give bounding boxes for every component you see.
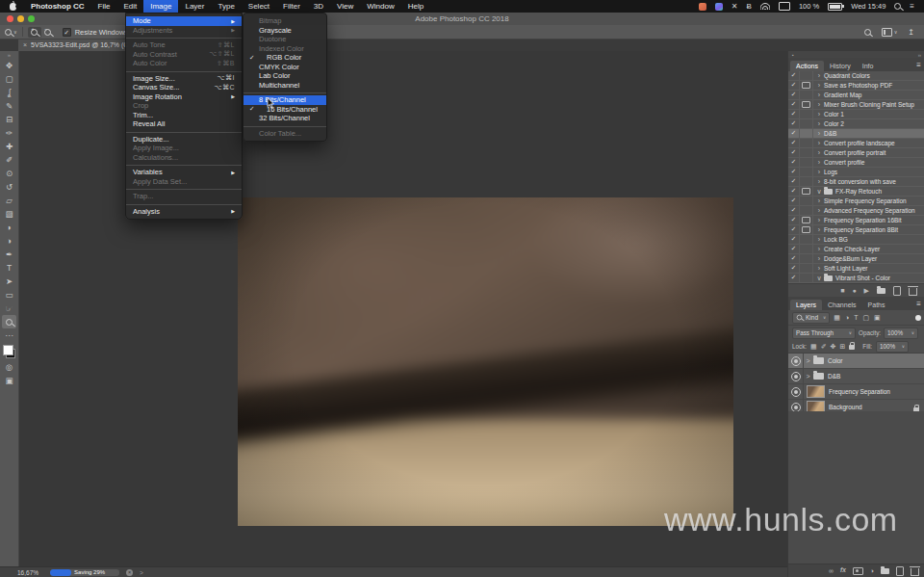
stop-icon[interactable]: ■ <box>840 287 844 294</box>
resize-windows-checkbox[interactable]: ✓ <box>63 28 71 37</box>
action-item[interactable]: ✓ › Color 2 <box>788 119 924 129</box>
wifi-icon[interactable] <box>760 3 770 10</box>
action-item[interactable]: ✓ › D&B <box>788 129 924 139</box>
action-item[interactable]: ✓ › 8-bit conversion with save <box>788 177 924 187</box>
action-item[interactable]: ✓ › Lock BG <box>788 235 924 245</box>
action-item[interactable]: ✓ › Dodge&Burn Layer <box>788 254 924 264</box>
bluetooth-icon[interactable]: Ƀ <box>747 2 752 11</box>
fill-dropdown[interactable]: 100% ∨ <box>876 341 909 353</box>
menubar-item[interactable]: View <box>330 0 360 13</box>
action-enabled-checkbox[interactable]: ✓ <box>788 91 800 99</box>
action-enabled-checkbox[interactable]: ✓ <box>788 81 800 90</box>
action-item[interactable]: ✓ › Convert profile landscape <box>788 139 924 148</box>
layer-filter-kind-dropdown[interactable]: Kind ∨ <box>792 312 830 324</box>
group-disclosure-icon[interactable]: > <box>804 357 812 364</box>
dodge-tool[interactable]: ◑ <box>2 234 16 248</box>
workspace-switcher[interactable]: ∨ <box>882 28 898 37</box>
menu-item[interactable]: Auto Color ⇧⌘B ▶ <box>126 59 242 68</box>
delete-action-icon[interactable] <box>909 286 917 296</box>
disclosure-icon[interactable]: › <box>814 226 824 233</box>
disclosure-icon[interactable]: › <box>814 82 824 89</box>
action-enabled-checkbox[interactable]: ✓ <box>788 119 800 128</box>
action-enabled-checkbox[interactable]: ✓ <box>788 197 800 205</box>
quick-mask-mode-button[interactable]: ◎ <box>2 360 16 374</box>
action-dialog-toggle[interactable] <box>800 91 813 99</box>
zoom-tool[interactable] <box>2 315 16 328</box>
action-item[interactable]: ✓ ∨ Vibrant Shot - Color <box>788 274 924 283</box>
action-item[interactable]: ✓ › Mixer Brush Cloning Paint Setup <box>788 100 924 110</box>
disclosure-icon[interactable]: › <box>814 111 824 118</box>
action-dialog-toggle[interactable] <box>800 274 813 282</box>
action-item[interactable]: ✓ › Gradient Map <box>788 91 924 100</box>
type-layer-filter-icon[interactable]: T <box>854 314 858 321</box>
disclosure-icon[interactable]: › <box>814 92 824 98</box>
menubar-item[interactable]: Edit <box>116 0 143 13</box>
shape-layer-filter-icon[interactable]: ▢ <box>862 314 869 321</box>
lock-transparency-icon[interactable]: ▦ <box>810 343 817 350</box>
action-item[interactable]: ✓ › Frequency Separation 8Bit <box>788 225 924 235</box>
action-dialog-toggle[interactable] <box>800 158 813 167</box>
action-item[interactable]: ✓ › Advanced Frequency Separation <box>788 206 924 216</box>
new-layer-icon[interactable] <box>896 566 904 576</box>
action-dialog-toggle[interactable] <box>800 81 813 90</box>
action-dialog-toggle[interactable] <box>800 100 813 109</box>
layer-visibility-toggle[interactable] <box>788 369 804 383</box>
clone-stamp-tool[interactable]: ⊙ <box>2 167 16 180</box>
hand-tool[interactable]: ☞ <box>2 302 16 315</box>
foreground-color-swatch[interactable] <box>3 345 13 355</box>
action-enabled-checkbox[interactable]: ✓ <box>788 264 800 273</box>
zoom-in-button[interactable]: + <box>28 27 41 38</box>
notification-center-icon[interactable]: ≡ <box>910 2 914 11</box>
eraser-tool[interactable]: ▱ <box>2 194 16 207</box>
disclosure-icon[interactable]: › <box>814 197 824 204</box>
blend-mode-dropdown[interactable]: Pass Through ∨ <box>792 328 856 339</box>
lock-artboard-icon[interactable]: ⊞ <box>839 343 845 350</box>
menu-item[interactable]: Auto Contrast ⌥⇧⌘L ▶ <box>126 50 242 60</box>
action-enabled-checkbox[interactable]: ✓ <box>788 148 800 157</box>
blur-tool[interactable]: ◗ <box>2 221 16 234</box>
disclosure-icon[interactable]: › <box>814 159 824 166</box>
action-dialog-toggle[interactable] <box>800 177 813 186</box>
menu-item[interactable]: Adjustments ▶ <box>126 26 242 36</box>
menubar-item[interactable]: 3D <box>307 0 330 13</box>
menubar-item[interactable]: Window <box>360 0 400 13</box>
brush-tool[interactable]: ✐ <box>2 153 16 167</box>
disclosure-icon[interactable]: › <box>814 120 824 127</box>
panel-menu-icon[interactable]: ≡ <box>916 300 921 308</box>
zoom-out-button[interactable]: − <box>41 27 55 38</box>
quick-selection-tool[interactable]: ✎ <box>2 99 16 113</box>
menu-item[interactable]: ✓ 8 Bits/Channel <box>244 95 326 105</box>
share-icon[interactable]: ↥ <box>908 28 914 37</box>
action-enabled-checkbox[interactable]: ✓ <box>788 177 800 186</box>
status-x-icon[interactable]: ✕ <box>732 2 738 11</box>
layer-style-fx-icon[interactable]: fx <box>840 567 846 574</box>
disclosure-icon[interactable]: › <box>814 140 824 146</box>
lock-move-icon[interactable]: ✥ <box>831 343 836 350</box>
menubar-item[interactable]: Type <box>211 0 241 13</box>
menubar-item[interactable]: Layer <box>178 0 211 13</box>
action-enabled-checkbox[interactable]: ✓ <box>788 274 800 282</box>
action-enabled-checkbox[interactable]: ✓ <box>788 225 800 234</box>
action-dialog-toggle[interactable] <box>800 119 813 128</box>
menu-item[interactable]: ✓ RGB Color <box>244 53 326 63</box>
menu-item[interactable]: ✓ Indexed Color <box>244 44 326 54</box>
action-enabled-checkbox[interactable]: ✓ <box>788 206 800 215</box>
new-action-icon[interactable] <box>893 286 901 296</box>
layer-visibility-toggle[interactable] <box>788 354 804 368</box>
action-item[interactable]: ✓ › Simple Frequency Separation <box>788 197 924 206</box>
action-enabled-checkbox[interactable]: ✓ <box>788 71 800 80</box>
layer-thumbnail[interactable] <box>807 385 825 398</box>
pixel-layer-filter-icon[interactable]: ▦ <box>834 314 840 321</box>
disclosure-icon[interactable]: ∨ <box>814 188 824 195</box>
status-app-icon-orange[interactable] <box>699 3 706 11</box>
cancel-save-icon[interactable]: × <box>126 569 133 576</box>
menu-item[interactable]: Calculations... ▶ <box>126 153 242 163</box>
disclosure-icon[interactable]: › <box>814 217 824 223</box>
menubar-item[interactable]: Select <box>242 0 276 13</box>
path-selection-tool[interactable]: ➤ <box>2 275 16 288</box>
disclosure-icon[interactable]: › <box>814 236 824 243</box>
action-dialog-toggle[interactable] <box>800 225 813 234</box>
action-item[interactable]: ✓ › Create Check-Layer <box>788 245 924 254</box>
action-dialog-toggle[interactable] <box>800 254 813 263</box>
disclosure-icon[interactable]: ∨ <box>814 275 824 281</box>
